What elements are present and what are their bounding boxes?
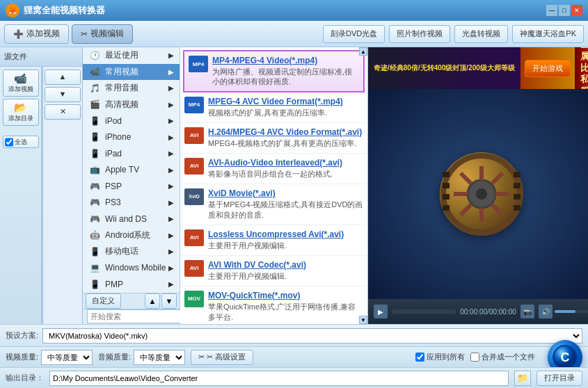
disc-video-button[interactable]: 光盘转视频: [454, 25, 508, 43]
output-folder-button[interactable]: 📁: [514, 371, 531, 386]
audio-quality-label: 音频质量:: [98, 352, 131, 362]
output-path-input[interactable]: [49, 371, 509, 386]
common-video-icon: 📹: [88, 65, 101, 78]
avi-icon: AVI: [184, 158, 204, 175]
nav-up-button[interactable]: ▲: [145, 293, 160, 309]
menu-item-android[interactable]: 🤖 Android系统 ▶: [83, 227, 180, 244]
add-video-button[interactable]: ➕ 添加视频: [4, 24, 69, 44]
menu-item-mobile[interactable]: 📱 移动电话 ▶: [83, 243, 180, 260]
winmobile-icon: 💻: [88, 261, 101, 274]
menu-panel: 🕐 最近使用 ▶ 📹 常用视频 ▶ 🎵 常用音频 ▶ 🎬 高清视频: [83, 47, 180, 324]
submenu-item-mov[interactable]: MOV MOV-QuickTime(*.mov) 苹果QuickTime格式,广…: [180, 286, 367, 324]
delete-button[interactable]: ✕: [45, 104, 81, 120]
game-button[interactable]: 神魔遨天浴血PK: [512, 25, 584, 43]
ad-left: 奇迹/经典80倍/无转400级封顶/200级大师等级: [368, 47, 521, 89]
svg-rect-9: [514, 194, 521, 200]
menu-item-pmp[interactable]: 📱 PMP ▶: [83, 276, 180, 293]
iphone-icon: 📱: [88, 131, 101, 143]
menu-arrow-pmp: ▶: [168, 280, 174, 288]
menu-item-ipad[interactable]: 📱 iPad ▶: [83, 145, 180, 162]
menu-item-ipod[interactable]: 📱 iPod ▶: [83, 113, 180, 129]
play-button[interactable]: ▶: [374, 305, 388, 318]
photo-video-button[interactable]: 照片制作视频: [389, 25, 450, 43]
menu-arrow-ipad: ▶: [168, 149, 174, 157]
left-sidebar: 源文件 📹 添加视频 📂 添加目录: [0, 47, 83, 324]
advanced-settings-button[interactable]: ✂ ✂ 高级设置: [191, 350, 253, 365]
mp4-avc-icon: MP4: [184, 97, 204, 113]
menu-item-iphone[interactable]: 📱 iPhone ▶: [83, 129, 180, 146]
svg-rect-3: [443, 172, 450, 177]
apply-all-item: 应用到所有: [415, 352, 465, 362]
toolbar-right-area: 刻录DVD光盘 照片制作视频 光盘转视频 神魔遨天浴血PK: [323, 25, 584, 43]
svg-line-17: [492, 173, 502, 184]
add-dir-button[interactable]: 📂 添加目录: [3, 99, 39, 126]
add-dir-icon: 📂: [14, 102, 27, 114]
ad-play-button[interactable]: 开始游戏: [525, 60, 571, 77]
svg-text:C: C: [561, 350, 570, 364]
submenu-item-h264[interactable]: AVI H.264/MPEG-4 AVC Video Format(*.avi)…: [180, 123, 367, 154]
search-input[interactable]: [87, 309, 190, 323]
snapshot-button[interactable]: 📷: [521, 305, 534, 318]
svg-rect-7: [514, 172, 521, 177]
volume-icon[interactable]: 🔊: [539, 305, 553, 318]
maximize-button[interactable]: □: [559, 5, 570, 16]
checkbox-row[interactable]: 全选: [3, 136, 39, 148]
mov-icon: MOV: [184, 291, 204, 307]
menu-item-ps3[interactable]: 🎮 PS3 ▶: [83, 195, 180, 211]
menu-item-wii[interactable]: 🎮 Wii and DS ▶: [83, 211, 180, 227]
submenu-item-xvid[interactable]: XviD XviD Movie(*.avi) 基于MPEG4-视频压缩格式,具有…: [180, 184, 367, 225]
menu-arrow-common: ▶: [168, 68, 174, 76]
apply-all-checkbox[interactable]: [415, 353, 424, 362]
select-all-checkbox[interactable]: [5, 138, 13, 147]
source-btn-col: 📹 添加视频 📂 添加目录 全选: [0, 67, 42, 324]
psp-icon: 🎮: [88, 180, 101, 193]
wii-icon: 🎮: [88, 213, 101, 225]
video-display: [368, 89, 588, 299]
submenu-item-avi-interleaved[interactable]: AVI AVI-Audio-Video Interleaved(*.avi) 将…: [180, 154, 367, 184]
time-display: 00:00:00/00:00:00: [460, 308, 516, 316]
mobile-icon: 📱: [88, 245, 101, 258]
close-button[interactable]: ✕: [571, 5, 582, 16]
submenu-item-dv[interactable]: AVI AVI With DV Codec(*.avi) 主要用于用户视频编辑.: [180, 256, 367, 286]
source-header: 源文件: [0, 47, 82, 67]
menu-item-common-video[interactable]: 📹 常用视频 ▶: [83, 64, 180, 81]
merge-files-checkbox[interactable]: [470, 353, 479, 362]
menu-item-common-audio[interactable]: 🎵 常用音频 ▶: [83, 80, 180, 97]
svg-line-16: [492, 204, 502, 215]
add-video-src-label: 添加视频: [8, 85, 33, 94]
video-quality-select[interactable]: 中等质量: [41, 350, 93, 365]
scroll-down-btn[interactable]: ▼: [359, 316, 367, 324]
move-down-button[interactable]: ▼: [45, 87, 81, 102]
move-up-button[interactable]: ▲: [45, 70, 81, 85]
preview-area: 奇迹/经典80倍/无转400级封顶/200级大师等级 开始游戏 进来人人穿全属比…: [368, 47, 588, 324]
submenu-item-mp4-highlighted[interactable]: MP4 MP4-MPEG-4 Video(*.mp4) 为网络广播、视频通讯定制…: [183, 50, 365, 92]
film-reel-outer: [440, 152, 523, 236]
progress-bar[interactable]: [392, 309, 456, 314]
menu-item-recent[interactable]: 🕐 最近使用 ▶: [83, 47, 180, 64]
burn-dvd-button[interactable]: 刻录DVD光盘: [323, 25, 385, 43]
submenu-item-mp4-avc[interactable]: MP4 MPEG-4 AVC Video Format(*.mp4) 视频格式的…: [180, 92, 367, 123]
menu-item-apple-tv[interactable]: 📺 Apple TV ▶: [83, 162, 180, 179]
video-edit-button[interactable]: ✂ 视频编辑: [72, 24, 133, 44]
volume-slider[interactable]: [555, 310, 588, 313]
audio-quality-select[interactable]: 中等质量: [134, 350, 185, 365]
menu-item-winmobile[interactable]: 💻 Windows Mobile ▶: [83, 260, 180, 277]
menu-arrow-recent: ▶: [168, 51, 174, 59]
define-button[interactable]: 自定义: [86, 293, 121, 309]
merge-files-item: 合并成一个文件: [470, 352, 535, 362]
open-dir-button[interactable]: 打开目录: [537, 371, 582, 386]
middle-row: 源文件 📹 添加视频 📂 添加目录: [0, 47, 588, 324]
scroll-up-btn[interactable]: ▲: [359, 47, 367, 56]
apple-tv-icon: 📺: [88, 163, 101, 176]
quality-bar: 视频质量: 中等质量 音频质量: 中等质量 ✂ ✂ 高级设置 应用到所有: [0, 346, 588, 367]
minimize-button[interactable]: —: [546, 5, 557, 16]
add-dir-label: 添加目录: [8, 114, 33, 123]
source-right-btns: ▲ ▼ ✕: [43, 67, 82, 324]
add-video-src-button[interactable]: 📹 添加视频: [3, 70, 39, 97]
menu-item-hd-video[interactable]: 🎬 高清视频 ▶: [83, 97, 180, 113]
menu-item-psp[interactable]: 🎮 PSP ▶: [83, 178, 180, 195]
svg-line-18: [461, 204, 471, 215]
ipod-icon: 📱: [88, 115, 101, 127]
submenu-item-lossless[interactable]: AVI Lossless Uncompressed Avi(*.avi) 主要用…: [180, 225, 367, 256]
nav-down-button[interactable]: ▼: [161, 293, 177, 309]
